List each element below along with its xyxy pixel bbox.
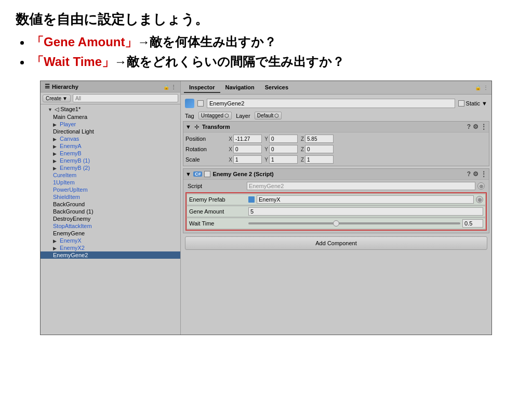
layer-dropdown-arrow: ⬡ <box>274 113 279 118</box>
transform-title: Transform <box>202 124 230 130</box>
tree-item-enemyB2[interactable]: ▶ EnemyB (2) <box>41 164 180 171</box>
tree-item-enemyB[interactable]: ▶ EnemyB <box>41 150 180 157</box>
layer-dropdown[interactable]: Default ⬡ <box>255 112 282 119</box>
position-y-label: Y <box>263 136 268 142</box>
position-x-label: X <box>227 136 232 142</box>
inspector-menu-icon: ⋮ <box>483 85 488 90</box>
scale-z-label: Z <box>299 157 304 163</box>
position-x-input[interactable] <box>233 135 262 143</box>
tab-navigation[interactable]: Navigation <box>220 83 260 93</box>
script-ref-row: Script ◎ <box>185 181 487 191</box>
script-active-checkbox[interactable] <box>204 171 210 177</box>
add-component-button[interactable]: Add Component <box>185 236 487 250</box>
tree-item-background1[interactable]: BackGround (1) <box>41 208 180 215</box>
script-help-icon[interactable]: ? <box>467 170 471 178</box>
create-button[interactable]: Create ▼ <box>43 95 71 102</box>
transform-fold-arrow[interactable]: ▼ <box>185 124 191 130</box>
enemy-prefab-input[interactable] <box>257 195 474 204</box>
tree-item-background[interactable]: BackGround <box>41 201 180 208</box>
transform-help-icon[interactable]: ? <box>467 123 471 130</box>
transform-settings-icon[interactable]: ⚙ <box>473 123 478 130</box>
tree-item-enemygene2[interactable]: EnemyGene2 <box>41 251 180 259</box>
tree-item-dirlight[interactable]: Directional Light <box>41 128 180 135</box>
scale-x-input[interactable] <box>233 155 262 164</box>
position-y-input[interactable] <box>269 135 298 143</box>
tree-item-player[interactable]: ▶ Player <box>41 121 180 128</box>
tree-label-powerupitem: PowerUpItem <box>53 187 88 193</box>
script-settings-icon[interactable]: ⚙ <box>473 170 478 178</box>
tree-item-cureitem[interactable]: CureItem <box>41 171 180 179</box>
tree-item-maincamera[interactable]: Main Camera <box>41 113 180 121</box>
layer-label: Layer <box>236 113 250 119</box>
wait-time-input[interactable] <box>462 219 483 228</box>
hierarchy-panel: ☰ Hierarchy 🔒 ⋮ Create ▼ ▼ ◁ Stage1* <box>41 81 181 335</box>
static-checkbox[interactable] <box>458 100 464 107</box>
hierarchy-search-input[interactable] <box>73 94 178 102</box>
tree-arrow-enemyA: ▶ <box>53 144 58 149</box>
transform-menu-icon[interactable]: ⋮ <box>481 123 487 130</box>
tree-label-player: Player <box>60 121 76 127</box>
tab-services[interactable]: Services <box>260 83 294 93</box>
tree-arrow-enemyB2: ▶ <box>53 166 58 171</box>
tree-label-enemyB: EnemyB <box>60 150 82 156</box>
gameobject-icon <box>185 99 194 108</box>
bullet-2-highlight: 「Wait Time」 <box>31 55 114 69</box>
tree-item-stopattackitem[interactable]: StopAttackItem <box>41 222 180 230</box>
enemy-prefab-label: Enemy Prefab <box>189 196 246 203</box>
tree-item-enemyX[interactable]: ▶ EnemyX <box>41 237 180 244</box>
tree-label-stopattackitem: StopAttackItem <box>53 223 92 229</box>
inspector-body: Static ▼ Tag Untagged ⬡ Layer Default ⬡ <box>181 95 491 335</box>
wait-time-row: Wait Time <box>187 218 486 229</box>
create-dropdown-arrow: ▼ <box>62 96 68 101</box>
gameobject-header: Static ▼ <box>183 97 489 110</box>
tree-label-enemyB2: EnemyB (2) <box>60 165 90 171</box>
scale-z-input[interactable] <box>305 155 334 164</box>
tree-label-shielditem: ShieldItem <box>53 194 80 200</box>
tree-item-enemygene[interactable]: EnemyGene <box>41 230 180 237</box>
gene-amount-input[interactable] <box>248 207 483 216</box>
scale-x-label: X <box>227 157 232 163</box>
tree-item-enemyB1[interactable]: ▶ EnemyB (1) <box>41 157 180 164</box>
tree-arrow-enemyB1: ▶ <box>53 158 58 164</box>
highlighted-script-fields: Enemy Prefab ◎ Gene Amount <box>185 192 487 231</box>
wait-time-slider-thumb[interactable] <box>333 220 339 227</box>
script-fields: Script ◎ Enemy Prefab <box>183 180 489 233</box>
rotation-z-input[interactable] <box>305 145 334 153</box>
gameobject-name-input[interactable] <box>207 99 455 108</box>
script-ref-input[interactable] <box>247 182 475 190</box>
tree-item-enemyX2[interactable]: ▶ EnemyX2 <box>41 244 180 251</box>
hierarchy-menu-icon: ☰ <box>45 83 50 90</box>
tag-label: Tag <box>185 113 194 119</box>
rotation-y-input[interactable] <box>269 145 298 153</box>
tag-dropdown[interactable]: Untagged ⬡ <box>198 112 232 119</box>
script-fold-arrow[interactable]: ▼ <box>185 171 191 177</box>
prefab-icon <box>248 196 255 203</box>
tree-item-stage1[interactable]: ▼ ◁ Stage1* <box>41 105 180 113</box>
enemy-prefab-circle-btn[interactable]: ◎ <box>476 196 483 203</box>
tree-arrow-enemyB: ▶ <box>53 151 58 156</box>
tree-label-dirlight: Directional Light <box>53 128 94 135</box>
wait-time-label: Wait Time <box>189 220 246 227</box>
tab-inspector[interactable]: Inspector <box>184 83 220 93</box>
tree-item-destroyenemy[interactable]: DestroyEnemy <box>41 215 180 222</box>
scale-row: Scale X Y Z <box>185 154 487 165</box>
scale-y-input[interactable] <box>269 155 298 164</box>
tree-item-enemyA[interactable]: ▶ EnemyA <box>41 142 180 150</box>
unity-editor-window: ☰ Hierarchy 🔒 ⋮ Create ▼ ▼ ◁ Stage1* <box>40 81 492 335</box>
wait-time-slider[interactable] <box>248 222 460 224</box>
position-z-input[interactable] <box>305 135 334 143</box>
gameobject-active-checkbox[interactable] <box>197 100 204 107</box>
script-header-icons: ? ⚙ ⋮ <box>467 170 487 178</box>
script-menu-icon[interactable]: ⋮ <box>481 170 487 178</box>
script-ref-circle-btn[interactable]: ◎ <box>477 182 485 190</box>
tree-item-shielditem[interactable]: ShieldItem <box>41 193 180 201</box>
position-label: Position <box>185 136 227 142</box>
tree-item-1upitem[interactable]: 1UpItem <box>41 179 180 186</box>
tree-item-powerupitem[interactable]: PowerUpItem <box>41 186 180 193</box>
tree-item-canvas[interactable]: ▶ Canvas <box>41 135 180 142</box>
tree-label-enemyA: EnemyA <box>60 143 82 149</box>
hierarchy-toolbar: Create ▼ <box>41 92 180 104</box>
static-dropdown-arrow[interactable]: ▼ <box>482 100 487 107</box>
create-label: Create <box>46 96 61 101</box>
rotation-x-input[interactable] <box>233 145 262 153</box>
